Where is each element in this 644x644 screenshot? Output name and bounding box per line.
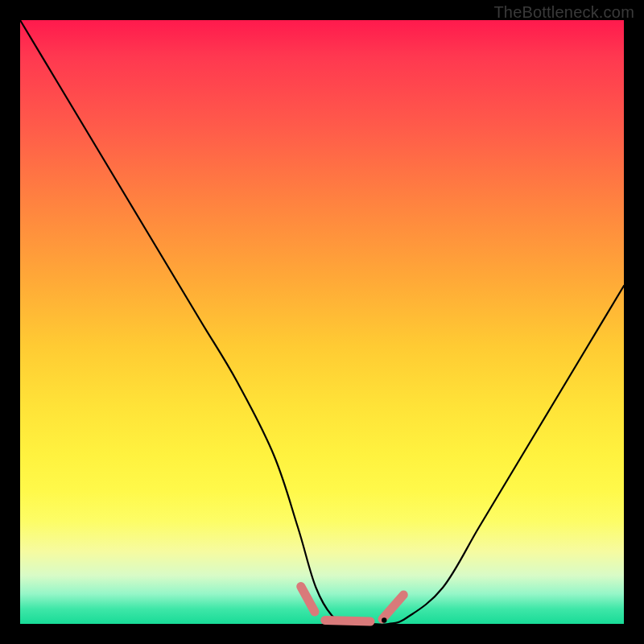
flat-marker-segment — [301, 587, 315, 613]
flat-marker-segment — [382, 595, 403, 619]
chart-frame: TheBottleneck.com — [0, 0, 644, 644]
bottleneck-curve — [20, 20, 624, 625]
attribution-text: TheBottleneck.com — [493, 3, 634, 22]
curve-min-dot — [382, 617, 386, 622]
flat-region-markers — [301, 587, 404, 623]
curve-layer — [20, 20, 624, 624]
flat-marker-segment — [325, 621, 370, 622]
